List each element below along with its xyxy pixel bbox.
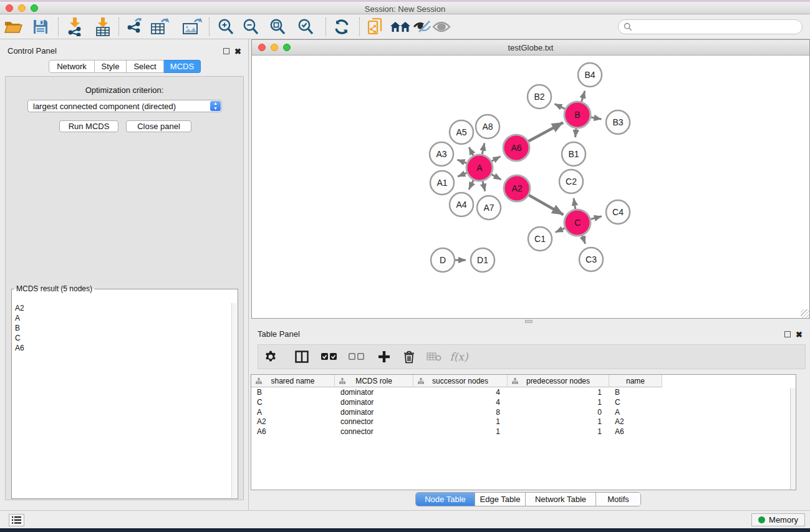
task-history-button[interactable] [9,514,24,526]
column-header-predecessor-nodes[interactable]: predecessor nodes [508,375,609,387]
column-header-successor-nodes[interactable]: successor nodes [413,375,508,387]
svg-text:A6: A6 [511,143,521,153]
toolbar-separator [209,17,210,36]
cell[interactable]: connector [335,417,413,427]
cell[interactable]: 1 [413,427,508,437]
zoom-out-icon[interactable] [239,16,263,38]
cell[interactable]: B [251,387,335,397]
float-table-panel-icon[interactable] [784,329,791,340]
split-view-icon[interactable] [289,346,314,368]
tab-motifs[interactable]: Motifs [596,493,640,506]
svg-text:B: B [574,110,580,120]
optimization-criterion-label: Optimization criterion: [6,85,243,95]
network-graph[interactable]: B4B2BB3A5A8A6B1A3AC2A1A2A4A7C4CC1DD1C3 [252,56,809,318]
delete-row-icon[interactable] [397,346,422,368]
zoom-selected-icon[interactable] [294,16,317,38]
delete-table-icon[interactable] [422,346,446,368]
svg-text:A5: A5 [456,127,466,137]
tab-mcds[interactable]: MCDS [164,60,201,73]
cell[interactable]: 1 [508,397,609,407]
memory-label: Memory [769,515,798,525]
cell[interactable]: dominator [335,397,413,407]
cell[interactable]: A6 [609,427,662,437]
close-panel-button[interactable]: Close panel [126,120,191,132]
tab-select[interactable]: Select [127,60,164,73]
refresh-network-icon[interactable] [330,16,354,38]
open-session-icon[interactable] [1,16,25,38]
export-table-icon[interactable] [148,16,171,38]
result-item[interactable]: B [12,323,231,333]
column-header-MCDS-role[interactable]: MCDS role [335,375,413,387]
cell[interactable]: 0 [508,407,609,417]
network-file-share-icon[interactable] [364,16,387,38]
mcds-result-list[interactable]: A2ABCA6 [12,303,231,498]
cell[interactable]: 4 [413,397,508,407]
tab-network-table[interactable]: Network Table [526,493,596,506]
control-panel: Control Panel ✖ NetworkStyleSelectMCDS O… [0,39,249,510]
table-tabs: Node TableEdge TableNetwork TableMotifs [415,492,641,506]
cell[interactable]: 4 [413,387,508,397]
tab-node-table[interactable]: Node Table [416,493,475,506]
table-scrollbar[interactable] [790,388,796,490]
cell[interactable]: A6 [251,427,335,437]
home-layout-icon[interactable] [388,16,412,38]
add-row-icon[interactable] [372,346,397,368]
zoom-fit-icon[interactable] [266,16,289,38]
svg-text:C1: C1 [534,234,546,244]
cell[interactable]: A2 [609,417,662,427]
select-all-checkboxes-icon[interactable] [317,346,342,368]
cell[interactable]: 1 [508,387,609,397]
search-icon [624,22,632,31]
export-network-icon[interactable] [123,16,147,38]
cell[interactable]: 1 [413,417,508,427]
table-row[interactable]: Cdominator41C [251,397,796,407]
cell[interactable]: C [251,397,335,407]
import-table-icon[interactable] [91,16,115,38]
network-canvas[interactable]: B4B2BB3A5A8A6B1A3AC2A1A2A4A7C4CC1DD1C3 [252,56,809,318]
column-header-shared-name[interactable]: shared name [251,375,335,387]
zoom-in-icon[interactable] [214,16,238,38]
export-image-icon[interactable] [180,16,204,38]
column-header-name[interactable]: name [609,375,662,387]
svg-text:C: C [574,218,581,228]
cell[interactable]: B [609,387,662,397]
cell[interactable]: A [251,407,335,417]
search-input[interactable] [635,22,802,32]
import-network-icon[interactable] [63,16,87,38]
cell[interactable]: 1 [508,427,609,437]
svg-text:A7: A7 [483,203,494,213]
result-item[interactable]: C [12,333,231,343]
close-table-panel-icon[interactable]: ✖ [796,329,803,340]
show-graphics-details-icon[interactable] [430,16,453,38]
cell[interactable]: dominator [335,387,413,397]
table-row[interactable]: A6connector11A6 [251,427,796,437]
criterion-select[interactable]: largest connected component (directed) ▲… [27,100,222,112]
resize-grip-icon[interactable] [801,309,809,318]
table-row[interactable]: Adominator80A [251,407,796,417]
cell[interactable]: 1 [508,417,609,427]
tab-edge-table[interactable]: Edge Table [475,493,526,506]
memory-button[interactable]: Memory [751,513,805,526]
result-scrollbar[interactable] [231,303,237,498]
column-settings-icon[interactable] [258,346,283,368]
function-builder-icon[interactable]: f(x) [446,346,471,368]
table-row[interactable]: Bdominator41B [251,387,796,397]
result-item[interactable]: A [12,313,231,323]
search-box [618,19,803,34]
result-item[interactable]: A2 [12,303,231,313]
close-panel-icon[interactable]: ✖ [234,46,241,57]
result-item[interactable]: A6 [12,343,231,353]
cell[interactable]: 8 [413,407,508,417]
table-row[interactable]: A2connector11A2 [251,417,796,427]
cell[interactable]: A2 [251,417,335,427]
run-mcds-button[interactable]: Run MCDS [59,120,118,132]
tab-network[interactable]: Network [49,60,95,73]
tab-style[interactable]: Style [95,60,127,73]
cell[interactable]: dominator [335,407,413,417]
deselect-all-checkboxes-icon[interactable] [344,346,369,368]
cell[interactable]: A [609,407,662,417]
float-panel-icon[interactable] [223,46,229,57]
save-session-icon[interactable] [29,16,52,38]
cell[interactable]: connector [335,427,413,437]
cell[interactable]: C [609,397,662,407]
